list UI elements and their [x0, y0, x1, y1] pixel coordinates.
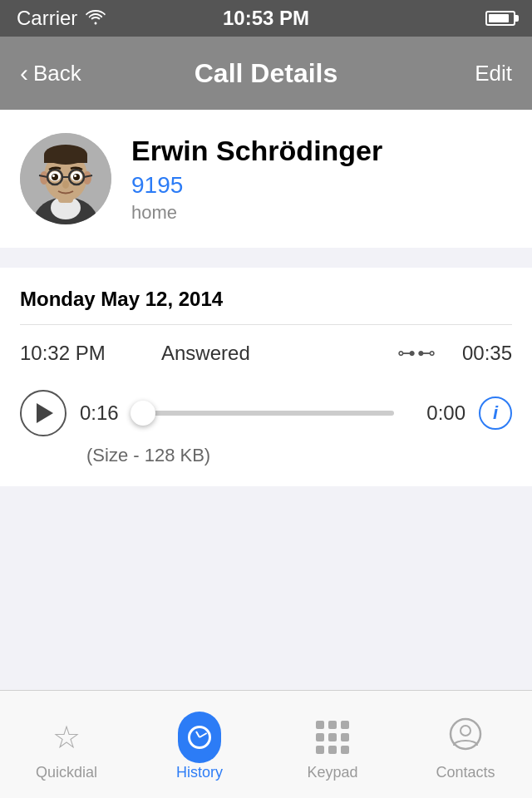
tab-bar: ☆ Quickdial History Keypad — [0, 690, 532, 798]
star-icon: ☆ — [52, 722, 81, 753]
status-left: Carrier — [17, 7, 106, 30]
battery-icon — [485, 11, 515, 26]
wifi-icon — [86, 7, 106, 30]
nav-title: Call Details — [195, 58, 338, 89]
svg-rect-9 — [44, 155, 87, 163]
svg-point-14 — [52, 175, 55, 177]
back-label: Back — [33, 61, 81, 86]
call-duration: 00:35 — [462, 342, 512, 365]
clock-icon — [188, 726, 211, 749]
tab-contacts[interactable]: Contacts — [399, 707, 532, 781]
tab-keypad-label: Keypad — [307, 764, 357, 781]
file-size-label: (Size - 128 KB) — [20, 441, 512, 486]
svg-point-13 — [52, 174, 58, 180]
history-icon-wrap — [178, 716, 221, 759]
svg-point-23 — [62, 180, 69, 189]
status-time: 10:53 PM — [223, 7, 309, 30]
slider-thumb[interactable] — [131, 401, 155, 426]
nav-bar: ‹ Back Call Details Edit — [0, 37, 532, 110]
contact-name: Erwin Schrödinger — [131, 135, 512, 167]
info-button[interactable]: i — [479, 397, 512, 430]
contact-type: home — [131, 202, 512, 224]
history-circle — [178, 712, 221, 763]
contacts-icon-wrap — [444, 716, 487, 759]
svg-point-16 — [73, 174, 80, 180]
status-bar: Carrier 10:53 PM — [0, 0, 532, 37]
call-time: 10:32 PM — [20, 342, 161, 365]
tab-keypad[interactable]: Keypad — [266, 707, 399, 781]
play-button[interactable] — [20, 390, 66, 436]
play-icon — [37, 403, 53, 423]
carrier-label: Carrier — [17, 7, 77, 30]
call-date: Monday May 12, 2014 — [20, 268, 512, 325]
edit-button[interactable]: Edit — [475, 61, 512, 86]
svg-point-25 — [461, 726, 470, 736]
avatar — [20, 133, 111, 224]
tab-quickdial-label: Quickdial — [36, 764, 97, 781]
answered-icon: ⊶⊷ — [397, 342, 437, 364]
svg-point-17 — [74, 175, 76, 177]
tab-quickdial[interactable]: ☆ Quickdial — [0, 707, 133, 781]
tab-history-label: History — [176, 764, 223, 781]
player-row: 0:16 0:00 i — [20, 382, 512, 441]
quickdial-icon-wrap: ☆ — [45, 716, 88, 759]
call-row: 10:32 PM Answered ⊶⊷ 00:35 — [20, 325, 512, 382]
clock-minute-hand — [200, 732, 208, 738]
contact-section: Erwin Schrödinger 9195 home — [0, 110, 532, 248]
contact-info: Erwin Schrödinger 9195 home — [131, 135, 512, 224]
keypad-icon — [316, 721, 349, 754]
current-time: 0:16 — [80, 401, 130, 425]
audio-scrubber[interactable] — [143, 411, 394, 416]
contact-number[interactable]: 9195 — [131, 172, 512, 199]
back-button[interactable]: ‹ Back — [20, 59, 81, 87]
tab-contacts-label: Contacts — [436, 764, 495, 781]
contacts-icon — [449, 717, 482, 758]
call-section: Monday May 12, 2014 10:32 PM Answered ⊶⊷… — [0, 268, 532, 486]
tab-history[interactable]: History — [133, 707, 266, 781]
call-status: Answered — [161, 342, 397, 365]
status-right — [485, 11, 515, 26]
end-time: 0:00 — [407, 401, 466, 425]
back-chevron-icon: ‹ — [20, 59, 28, 87]
keypad-icon-wrap — [311, 716, 354, 759]
